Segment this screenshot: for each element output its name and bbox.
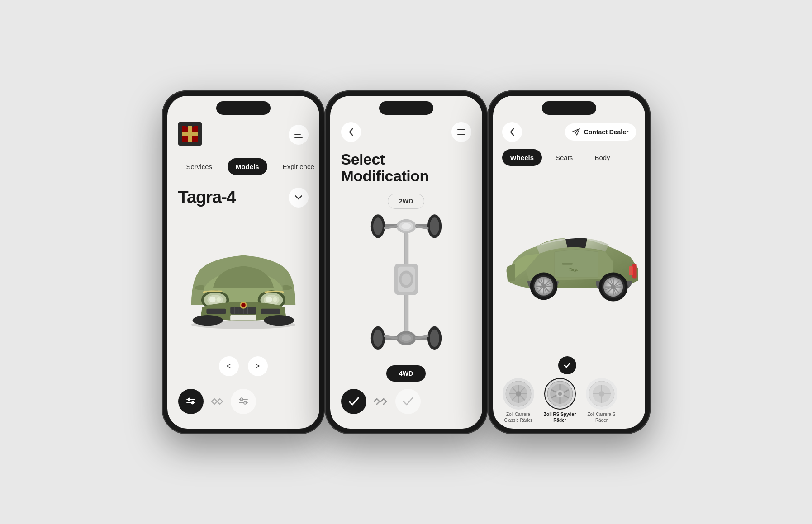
bottom-controls	[178, 382, 309, 421]
phone-2-screen: Select Modification 2WD	[330, 96, 482, 429]
tab-wheels[interactable]: Wheels	[502, 149, 542, 166]
svg-rect-3	[182, 126, 188, 132]
car-front-image	[178, 229, 309, 338]
svg-rect-44	[457, 129, 465, 130]
back-button[interactable]	[341, 122, 361, 142]
tab-body[interactable]: Body	[586, 149, 618, 166]
phone3-header: Contact Dealer	[493, 115, 645, 149]
filter-button-light[interactable]	[231, 389, 256, 414]
porsche-logo	[178, 122, 202, 147]
wheel-svg-3	[588, 380, 615, 407]
prev-arrow-button[interactable]: <	[219, 356, 239, 376]
wheel-label-3: Zoll Carrera S Räder	[584, 411, 620, 423]
svg-rect-33	[230, 315, 256, 321]
phone-2: Select Modification 2WD	[325, 90, 488, 434]
back-arrow-icon-3	[510, 128, 514, 136]
confirm-button-light[interactable]	[395, 389, 421, 414]
check-icon-light	[403, 397, 413, 406]
svg-rect-8	[192, 124, 194, 127]
svg-point-41	[240, 398, 243, 401]
wheels-row: Zoll Carrera Classic Räder	[500, 378, 638, 423]
svg-rect-4	[192, 126, 198, 132]
sliders-icon-light	[238, 397, 248, 406]
chevron-down-icon	[295, 195, 302, 200]
svg-point-119	[558, 392, 562, 396]
wheel-svg-2	[546, 380, 574, 407]
model-dropdown-button[interactable]	[289, 188, 309, 208]
hamburger-icon-2	[457, 129, 465, 135]
double-chevron-icon	[211, 398, 223, 405]
nav-arrows: < >	[178, 351, 309, 382]
svg-point-65	[430, 330, 439, 347]
phones-container: Services Models Expirience Tagra-4	[153, 72, 660, 452]
phone2-header	[341, 122, 471, 142]
wheel-option-1[interactable]: Zoll Carrera Classic Räder	[500, 378, 537, 423]
car-side-image-area: Targa	[493, 171, 645, 351]
next-arrow-button[interactable]: >	[248, 356, 268, 376]
send-icon	[572, 128, 580, 136]
svg-point-37	[188, 398, 190, 401]
phone-3-screen: Contact Dealer Wheels Seats Body	[493, 96, 645, 429]
svg-rect-11	[294, 137, 303, 138]
wheel-svg-1	[505, 380, 532, 407]
chassis-svg-container	[368, 209, 445, 365]
wheel-image-2	[544, 378, 576, 410]
contact-dealer-button[interactable]: Contact Dealer	[565, 123, 636, 141]
svg-point-39	[191, 401, 194, 404]
svg-point-63	[373, 330, 383, 347]
svg-point-51	[430, 217, 439, 235]
svg-point-68	[401, 335, 411, 341]
svg-point-100	[516, 391, 521, 397]
hamburger-button[interactable]	[289, 125, 309, 145]
selected-wheel-indicator	[558, 356, 576, 374]
filter-button-dark[interactable]	[178, 389, 204, 414]
svg-point-35	[264, 315, 294, 326]
wheel-option-2[interactable]: Zoll RS Spyder Räder	[542, 378, 578, 423]
svg-point-96	[611, 285, 615, 289]
phone-3: Contact Dealer Wheels Seats Body	[488, 90, 651, 434]
car-image-area	[178, 217, 309, 351]
svg-rect-5	[182, 136, 188, 142]
phone2-content: Select Modification 2WD	[330, 115, 482, 429]
model-selector: Tagra-4	[178, 188, 309, 208]
back-button-3[interactable]	[502, 122, 522, 142]
phone2-bottom-controls	[341, 382, 471, 421]
svg-rect-32	[261, 309, 280, 314]
check-selected-icon	[564, 363, 570, 368]
hamburger-icon	[294, 132, 303, 138]
check-icon	[349, 397, 359, 406]
svg-rect-2	[182, 132, 198, 136]
2wd-option[interactable]: 2WD	[388, 194, 424, 209]
svg-rect-7	[186, 124, 188, 127]
model-name: Tagra-4	[178, 188, 236, 207]
car-side-image: Targa	[493, 198, 645, 324]
4wd-option[interactable]: 4WD	[386, 365, 426, 382]
wheel-option-3[interactable]: Zoll Carrera S Räder	[584, 378, 620, 423]
wheel-label-1: Zoll Carrera Classic Räder	[500, 411, 537, 423]
svg-point-43	[244, 401, 247, 404]
wheel-image-3	[586, 378, 617, 410]
forward-icon-2	[374, 397, 388, 406]
chassis-image	[368, 212, 445, 362]
selected-indicator-row	[531, 356, 638, 374]
hamburger-button-2[interactable]	[451, 122, 471, 142]
drivetrain-container: 2WD	[341, 194, 471, 381]
tab-experience[interactable]: Expirience	[275, 158, 319, 175]
svg-point-30	[241, 303, 246, 307]
sliders-icon	[186, 397, 196, 406]
confirm-button[interactable]	[341, 389, 366, 414]
phone1-content: Services Models Expirience Tagra-4	[167, 115, 319, 429]
tab-services[interactable]: Services	[178, 158, 221, 175]
tab-seats[interactable]: Seats	[547, 149, 581, 166]
svg-rect-31	[206, 309, 226, 314]
page-title: Select Modification	[341, 151, 471, 185]
wheel-tabs: Wheels Seats Body	[493, 149, 645, 171]
tab-models[interactable]: Models	[228, 158, 267, 175]
svg-point-122	[599, 391, 604, 397]
back-arrow-icon	[349, 128, 353, 136]
svg-point-54	[401, 223, 411, 229]
dynamic-island-2	[379, 101, 433, 115]
phone-1: Services Models Expirience Tagra-4	[162, 90, 325, 434]
svg-text:Targa: Targa	[569, 267, 579, 272]
phone-1-screen: Services Models Expirience Tagra-4	[167, 96, 319, 429]
